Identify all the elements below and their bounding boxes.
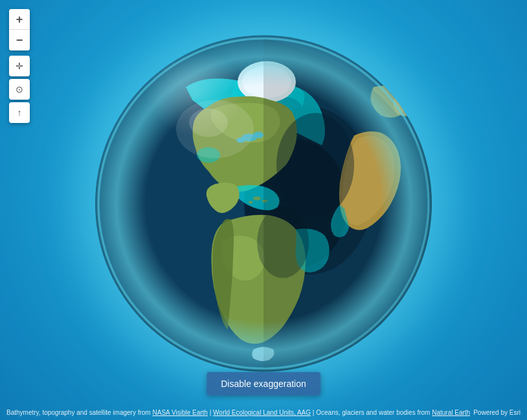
nav-controls: ✛ ⊙ ↑ [9, 56, 30, 123]
globe-svg [95, 35, 432, 371]
pan-icon: ✛ [16, 61, 23, 71]
zoom-out-button[interactable]: − [9, 30, 30, 50]
svg-point-10 [249, 201, 252, 203]
zoom-controls: + − [9, 9, 30, 50]
attribution-prefix: Bathymetry, topography and satellite ima… [6, 409, 152, 416]
globe[interactable] [95, 35, 432, 371]
separator1: | [208, 409, 213, 416]
footer: Bathymetry, topography and satellite ima… [0, 409, 527, 416]
footer-attribution: Bathymetry, topography and satellite ima… [6, 409, 470, 416]
separator2: | Oceans, glaciers and water bodies from [311, 409, 432, 416]
svg-point-6 [253, 131, 264, 138]
zoom-in-button[interactable]: + [9, 9, 30, 30]
svg-point-8 [253, 196, 261, 200]
globe-container [95, 35, 432, 371]
world-eco-link[interactable]: World Ecological Land Units, AAG [213, 409, 311, 416]
nasa-link[interactable]: NASA Visible Earth [152, 409, 207, 416]
svg-point-17 [189, 108, 228, 137]
esri-attribution: Powered by Esri [473, 409, 521, 416]
north-button[interactable]: ↑ [9, 102, 30, 123]
disable-exaggeration-button[interactable]: Disable exaggeration [207, 372, 320, 395]
natural-earth-link[interactable]: Natural Earth [432, 409, 470, 416]
compass-icon: ⊙ [16, 84, 23, 94]
north-icon: ↑ [17, 107, 22, 118]
pan-button[interactable]: ✛ [9, 56, 30, 76]
compass-button[interactable]: ⊙ [9, 79, 30, 100]
